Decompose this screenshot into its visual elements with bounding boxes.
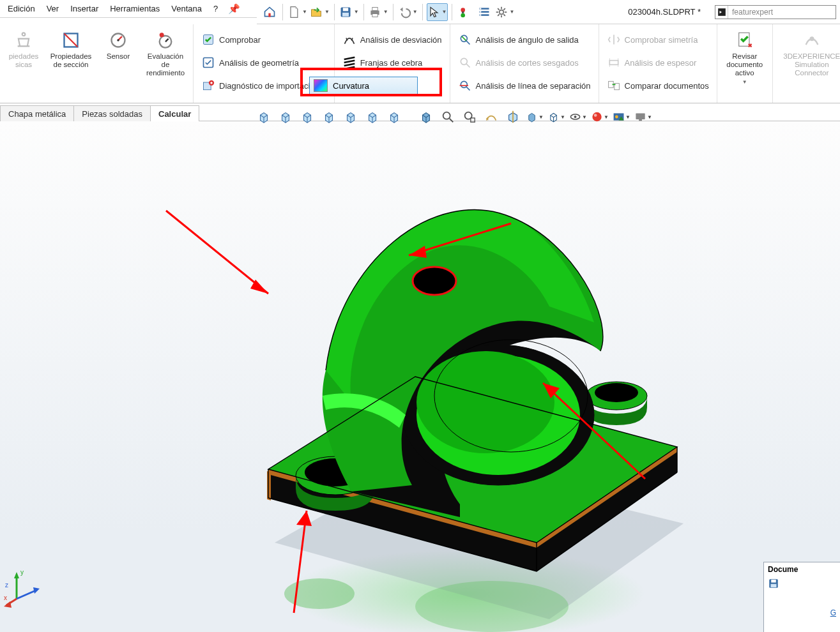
view-front-button[interactable] <box>254 108 273 126</box>
rebuild-button[interactable] <box>456 3 474 21</box>
render-button[interactable]: ▼ <box>634 108 653 126</box>
propiedades-seccion-button[interactable]: Propiedades de sección <box>47 27 95 93</box>
menu-ver[interactable]: Ver <box>42 2 65 15</box>
zebra-icon <box>342 56 356 70</box>
orientation-triad[interactable]: y z x <box>4 567 45 608</box>
svg-point-29 <box>160 33 164 37</box>
view-left-button[interactable] <box>298 108 317 126</box>
docpanel-link[interactable]: G <box>768 608 836 617</box>
svg-line-21 <box>503 14 505 16</box>
search-run-icon <box>715 6 728 19</box>
svg-point-7 <box>461 13 465 17</box>
comprobar-button[interactable]: Comprobar <box>197 28 330 51</box>
svg-rect-2 <box>342 12 349 16</box>
display-style-button[interactable]: ▼ <box>525 108 544 126</box>
quick-access-toolbar: ▼ ▼ ▼ ▼ ▼ ▼ ▼ 023004h.SLDPRT * featurexp… <box>257 0 840 24</box>
docpanel-header: Docume <box>768 565 836 574</box>
view-bottom-button[interactable] <box>363 108 382 126</box>
view-right-button[interactable] <box>319 108 339 126</box>
svg-point-67 <box>415 581 569 632</box>
zoom-fit-button[interactable] <box>438 108 457 126</box>
undo-button[interactable]: ▼ <box>397 3 418 21</box>
comparar-documentos-button[interactable]: Comparar documentos <box>603 74 713 97</box>
propiedades-fisicas-button[interactable]: piedades sicas <box>0 27 47 93</box>
svg-line-54 <box>450 119 454 123</box>
new-button[interactable]: ▼ <box>287 3 308 21</box>
evaluacion-rendimiento-button[interactable]: Evaluación de rendimiento <box>142 27 189 93</box>
print-button[interactable]: ▼ <box>368 3 389 21</box>
franjas-cebra-button[interactable]: Franjas de cebra <box>339 51 446 74</box>
svg-line-20 <box>498 8 500 10</box>
svg-rect-8 <box>462 11 464 13</box>
settings-button[interactable]: ▼ <box>494 3 515 21</box>
svg-point-53 <box>443 112 450 119</box>
svg-text:x: x <box>4 594 7 601</box>
svg-point-27 <box>117 39 119 41</box>
svg-point-13 <box>479 11 481 13</box>
svg-rect-5 <box>372 13 378 17</box>
menu-edicion[interactable]: Edición <box>3 2 40 15</box>
view-back-button[interactable] <box>276 108 295 126</box>
svg-point-14 <box>479 14 481 16</box>
previous-view-button[interactable] <box>482 108 501 126</box>
curvatura-button[interactable]: Curvatura <box>309 77 418 94</box>
curvature-icon <box>314 79 328 92</box>
sensor-icon <box>109 31 128 50</box>
thickness-icon <box>607 56 621 70</box>
analisis-angulo-salida-button[interactable]: Análisis de ángulo de salida <box>454 28 595 51</box>
menu-ventana[interactable]: Ventana <box>166 2 207 15</box>
geometry-icon <box>201 56 215 70</box>
svg-point-12 <box>479 8 481 10</box>
svg-marker-95 <box>4 601 11 608</box>
view-top-button[interactable] <box>341 108 360 126</box>
home-button[interactable] <box>261 3 279 21</box>
options-button[interactable] <box>475 3 493 21</box>
tab-calcular[interactable]: Calcular <box>150 105 199 121</box>
sensor-button[interactable]: Sensor <box>95 27 142 93</box>
svg-rect-99 <box>771 584 777 587</box>
svg-line-42 <box>466 64 470 68</box>
view-iso-button[interactable] <box>385 108 404 126</box>
open-button[interactable]: ▼ <box>309 3 330 21</box>
save-button[interactable]: ▼ <box>339 3 360 21</box>
tab-chapa-metalica[interactable]: Chapa metálica <box>0 105 74 121</box>
revisar-documento-activo-button[interactable]: Revisar documento activo ▼ <box>721 27 768 93</box>
mass-props-icon <box>14 31 33 50</box>
model-3d <box>192 160 703 632</box>
menu-help[interactable]: ? <box>208 2 223 15</box>
deviation-icon <box>342 33 356 47</box>
analisis-espesor-button: Análisis de espesor <box>603 51 713 74</box>
import-diag-icon <box>201 79 215 93</box>
search-placeholder: featurexpert <box>728 8 777 17</box>
analisis-geometria-button[interactable]: Análisis de geometría <box>197 51 330 74</box>
zoom-area-button[interactable] <box>460 108 479 126</box>
svg-point-58 <box>574 116 577 118</box>
ribbon: piedades sicas Propiedades de sección Se… <box>0 24 840 103</box>
visibility-button[interactable]: ▼ <box>569 108 588 126</box>
svg-line-23 <box>503 8 505 10</box>
pin-icon[interactable]: 📌 <box>224 3 244 15</box>
svg-line-44 <box>466 87 470 91</box>
graphics-viewport[interactable]: y z x Docume G <box>0 121 840 632</box>
svg-point-6 <box>461 8 465 12</box>
menu-herramientas[interactable]: Herramientas <box>105 2 165 15</box>
menu-insertar[interactable]: Insertar <box>65 2 103 15</box>
select-button[interactable]: ▼ <box>427 3 448 21</box>
appearance-button[interactable]: ▼ <box>590 108 609 126</box>
hide-show-button[interactable]: ▼ <box>547 108 566 126</box>
svg-point-60 <box>594 114 597 117</box>
analisis-linea-separacion-button[interactable]: Análisis de línea de separación <box>454 74 595 97</box>
svg-text:y: y <box>20 569 24 576</box>
analisis-desviacion-button[interactable]: Análisis de desviación <box>339 28 446 51</box>
svg-rect-56 <box>471 118 475 122</box>
svg-rect-63 <box>636 113 645 119</box>
svg-rect-64 <box>639 119 642 121</box>
svg-point-59 <box>592 112 601 121</box>
scene-button[interactable]: ▼ <box>612 108 631 126</box>
tab-piezas-soldadas[interactable]: Piezas soldadas <box>73 105 151 121</box>
save-icon[interactable] <box>768 578 779 589</box>
performance-icon <box>156 31 175 50</box>
section-view-button[interactable] <box>503 108 523 126</box>
command-search[interactable]: featurexpert <box>715 5 836 19</box>
view-normal-to-button[interactable] <box>416 108 436 126</box>
